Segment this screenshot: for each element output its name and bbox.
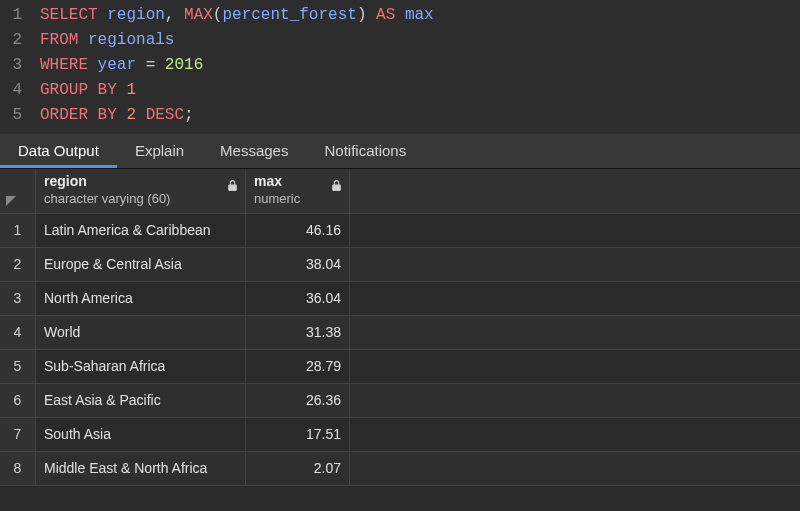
cell-max[interactable]: 28.79 (246, 350, 350, 383)
tab-explain[interactable]: Explain (117, 134, 202, 168)
row-number[interactable]: 2 (0, 248, 36, 281)
row-number[interactable]: 8 (0, 452, 36, 485)
cell-region[interactable]: Latin America & Caribbean (36, 214, 246, 247)
cell-max[interactable]: 46.16 (246, 214, 350, 247)
cell-region[interactable]: World (36, 316, 246, 349)
row-number[interactable]: 6 (0, 384, 36, 417)
column-type: numeric (254, 191, 300, 207)
tab-notifications[interactable]: Notifications (306, 134, 424, 168)
lock-icon (330, 179, 343, 192)
table-row[interactable]: 3North America36.04 (0, 282, 800, 316)
cell-max[interactable]: 36.04 (246, 282, 350, 315)
code-content[interactable]: WHERE year = 2016 (40, 53, 203, 78)
tab-messages[interactable]: Messages (202, 134, 306, 168)
code-line[interactable]: 4GROUP BY 1 (0, 78, 800, 103)
table-row[interactable]: 7South Asia17.51 (0, 418, 800, 452)
code-content[interactable]: ORDER BY 2 DESC; (40, 103, 194, 128)
column-header-max[interactable]: max numeric (246, 169, 350, 213)
cell-max[interactable]: 17.51 (246, 418, 350, 451)
table-row[interactable]: 4World31.38 (0, 316, 800, 350)
row-number[interactable]: 5 (0, 350, 36, 383)
column-type: character varying (60) (44, 191, 170, 207)
cell-max[interactable]: 2.07 (246, 452, 350, 485)
line-number: 1 (0, 3, 40, 28)
sql-editor[interactable]: 1SELECT region, MAX(percent_forest) AS m… (0, 0, 800, 134)
code-content[interactable]: FROM regionals (40, 28, 174, 53)
lock-icon (226, 179, 239, 192)
tab-data-output[interactable]: Data Output (0, 134, 117, 168)
code-content[interactable]: SELECT region, MAX(percent_forest) AS ma… (40, 3, 434, 28)
results-grid: region character varying (60) max numeri… (0, 169, 800, 486)
row-number[interactable]: 1 (0, 214, 36, 247)
code-line[interactable]: 3WHERE year = 2016 (0, 53, 800, 78)
cell-region[interactable]: South Asia (36, 418, 246, 451)
code-line[interactable]: 2FROM regionals (0, 28, 800, 53)
code-content[interactable]: GROUP BY 1 (40, 78, 136, 103)
table-row[interactable]: 8Middle East & North Africa2.07 (0, 452, 800, 486)
line-number: 2 (0, 28, 40, 53)
cell-max[interactable]: 38.04 (246, 248, 350, 281)
cell-region[interactable]: Middle East & North Africa (36, 452, 246, 485)
sort-icon (6, 193, 16, 209)
column-name: max (254, 173, 300, 191)
table-row[interactable]: 2Europe & Central Asia38.04 (0, 248, 800, 282)
column-name: region (44, 173, 170, 191)
result-tabs: Data Output Explain Messages Notificatio… (0, 134, 800, 169)
row-number[interactable]: 4 (0, 316, 36, 349)
table-row[interactable]: 5Sub-Saharan Africa28.79 (0, 350, 800, 384)
cell-region[interactable]: East Asia & Pacific (36, 384, 246, 417)
row-number[interactable]: 3 (0, 282, 36, 315)
cell-max[interactable]: 31.38 (246, 316, 350, 349)
grid-header: region character varying (60) max numeri… (0, 169, 800, 214)
line-number: 3 (0, 53, 40, 78)
line-number: 4 (0, 78, 40, 103)
code-line[interactable]: 1SELECT region, MAX(percent_forest) AS m… (0, 3, 800, 28)
cell-region[interactable]: North America (36, 282, 246, 315)
table-row[interactable]: 1Latin America & Caribbean46.16 (0, 214, 800, 248)
row-number[interactable]: 7 (0, 418, 36, 451)
grid-body: 1Latin America & Caribbean46.162Europe &… (0, 214, 800, 486)
row-number-header[interactable] (0, 169, 36, 213)
cell-max[interactable]: 26.36 (246, 384, 350, 417)
svg-marker-0 (6, 196, 16, 206)
cell-region[interactable]: Sub-Saharan Africa (36, 350, 246, 383)
table-row[interactable]: 6East Asia & Pacific26.36 (0, 384, 800, 418)
cell-region[interactable]: Europe & Central Asia (36, 248, 246, 281)
code-line[interactable]: 5ORDER BY 2 DESC; (0, 103, 800, 128)
column-header-region[interactable]: region character varying (60) (36, 169, 246, 213)
line-number: 5 (0, 103, 40, 128)
